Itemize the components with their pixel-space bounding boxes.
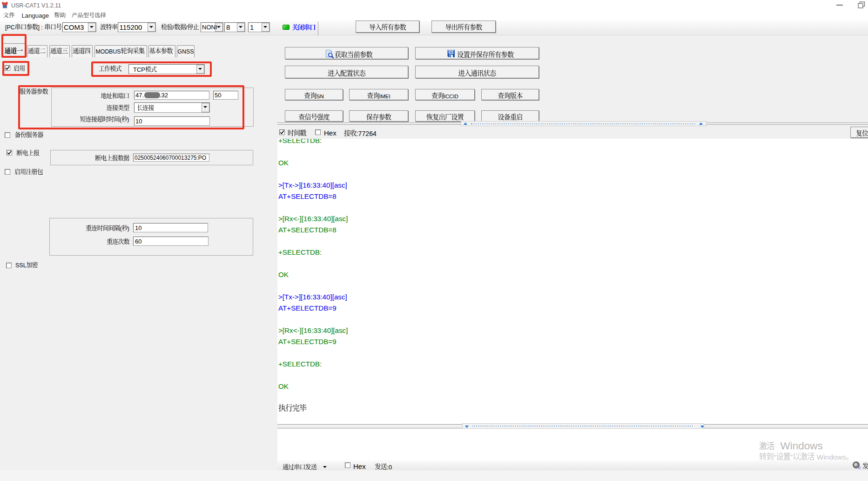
svg-text:SSL: SSL	[15, 262, 27, 269]
svg-text::77264: :77264	[357, 130, 377, 137]
svg-text:Hex: Hex	[324, 129, 336, 137]
